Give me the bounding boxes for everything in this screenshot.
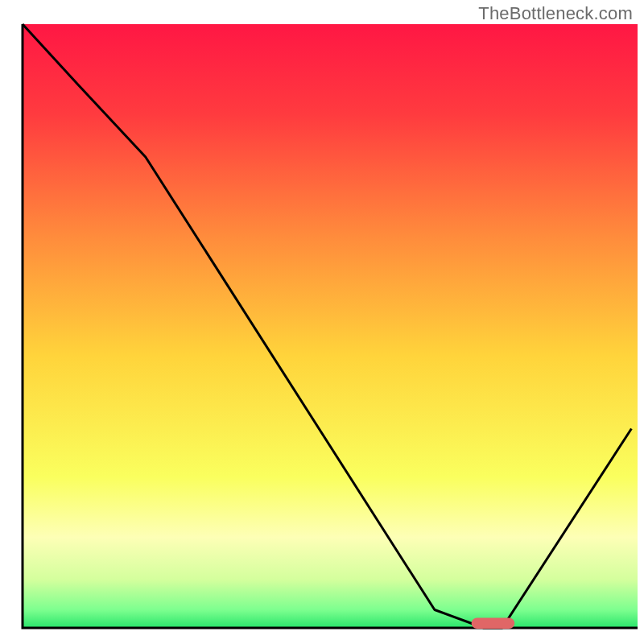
plot-background — [23, 24, 638, 628]
bottleneck-chart — [0, 0, 644, 644]
optimal-marker — [472, 618, 515, 630]
chart-container: TheBottleneck.com — [0, 0, 644, 644]
